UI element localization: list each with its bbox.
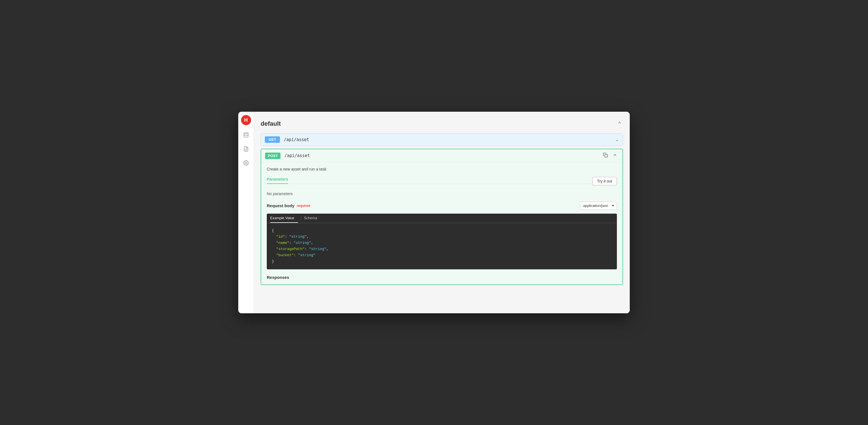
request-body-label: Request body — [267, 203, 294, 208]
copy-button[interactable] — [602, 152, 609, 159]
get-header[interactable]: GET /api/asset ⌄ — [261, 134, 623, 146]
code-section: Example Value | Schema { "id": "string",… — [267, 214, 617, 269]
logo-button[interactable]: H — [241, 115, 251, 125]
example-tabs: Example Value | Schema — [267, 214, 617, 223]
svg-point-3 — [245, 162, 247, 164]
get-chevron-icon: ⌄ — [615, 137, 619, 142]
post-api-block: POST /api/asset — [260, 149, 623, 285]
post-endpoint-path: /api/asset — [284, 153, 602, 158]
copy-icon — [603, 152, 608, 158]
main-content: default ^ GET /api/asset ⌄ POST /api/ass… — [254, 112, 630, 313]
settings-icon — [243, 160, 249, 166]
tab-example-value[interactable]: Example Value — [270, 214, 298, 223]
responses-title: Responses — [267, 275, 289, 280]
svg-rect-4 — [605, 154, 608, 157]
post-collapse-button[interactable] — [611, 152, 619, 159]
get-method-badge: GET — [265, 136, 280, 143]
collapse-button[interactable]: ^ — [616, 119, 623, 128]
page-title: default — [260, 120, 281, 128]
sidebar-item-settings[interactable] — [242, 159, 250, 167]
database-icon — [243, 132, 249, 138]
section-tabs: Parameters — [267, 177, 592, 184]
sidebar-item-database[interactable] — [242, 131, 250, 139]
post-content: Create a new asset and run a task Parame… — [261, 162, 622, 284]
responses-section: Responses — [267, 275, 617, 280]
code-close-brace: } — [272, 259, 274, 263]
document-icon — [243, 146, 249, 152]
post-header[interactable]: POST /api/asset — [261, 149, 622, 162]
code-line-storage-path: "storagePath": "string", — [272, 247, 329, 251]
code-line-name: "name": "string", — [272, 241, 313, 245]
logo-icon: H — [244, 117, 248, 123]
tab-divider: | — [300, 216, 302, 221]
post-method-badge: POST — [265, 152, 280, 159]
get-api-block: GET /api/asset ⌄ — [260, 133, 623, 146]
svg-point-0 — [244, 133, 248, 134]
sidebar: H — [238, 112, 254, 313]
code-block: { "id": "string", "name": "string", "sto… — [267, 223, 617, 269]
code-open-brace: { — [272, 228, 274, 233]
code-line-bucket: "bucket": "string" — [272, 253, 315, 257]
code-line-id: "id": "string", — [272, 235, 309, 239]
tab-schema[interactable]: Schema — [304, 214, 321, 223]
chevron-up-icon — [612, 152, 617, 158]
get-endpoint-path: /api/asset — [284, 137, 615, 142]
required-badge: required — [297, 204, 310, 208]
try-it-out-button[interactable]: Try it out — [592, 177, 617, 185]
post-header-actions — [602, 152, 619, 159]
no-parameters-text: No parameters — [267, 192, 617, 196]
post-description: Create a new asset and run a task — [267, 167, 617, 171]
content-type-select[interactable]: application/json application/xml text/pl… — [580, 202, 617, 210]
tab-parameters[interactable]: Parameters — [267, 177, 288, 184]
request-body-row: Request body required application/json a… — [267, 202, 617, 210]
sidebar-item-documents[interactable] — [242, 145, 250, 153]
header-row: default ^ — [260, 119, 623, 128]
